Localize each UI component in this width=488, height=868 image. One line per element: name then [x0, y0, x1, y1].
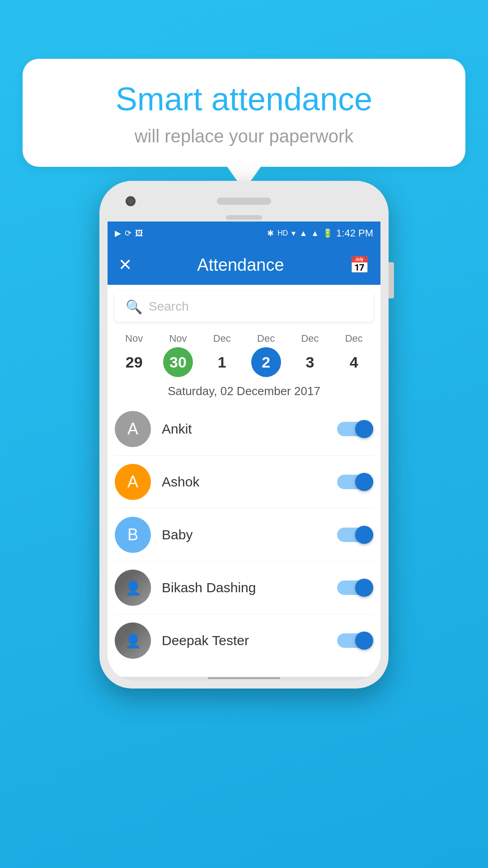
promo-bubble: Smart attendance will replace your paper…: [23, 59, 465, 167]
avatar-face-bikash: 👤: [115, 570, 151, 606]
toggle-thumb-ashok: [355, 473, 373, 491]
toggle-thumb-deepak: [355, 632, 373, 650]
toggle-bikash[interactable]: [337, 578, 373, 597]
search-bar[interactable]: 🔍 Search: [115, 291, 373, 322]
search-placeholder: Search: [149, 299, 189, 314]
cal-date-3[interactable]: 2: [251, 347, 281, 377]
attendee-list: A Ankit A Ashok: [108, 403, 380, 677]
toggle-ankit[interactable]: [337, 420, 373, 439]
cal-month-0: Nov: [125, 333, 143, 344]
cal-day-3[interactable]: Dec 2: [246, 333, 286, 377]
attendee-name-baby: Baby: [162, 527, 326, 542]
phone-frame: ▶ ⟳ 🖼 ✱ HD ▾ ▲ ▲ 🔋 1:42 PM ✕ Attendance: [99, 181, 389, 689]
attendee-item-baby: B Baby: [115, 509, 373, 561]
phone-screen: ▶ ⟳ 🖼 ✱ HD ▾ ▲ ▲ 🔋 1:42 PM ✕ Attendance: [108, 189, 380, 680]
attendee-name-ankit: Ankit: [162, 421, 326, 437]
attendee-item-bikash: 👤 Bikash Dashing: [115, 561, 373, 614]
close-button[interactable]: ✕: [118, 255, 132, 274]
cal-month-1: Nov: [169, 333, 187, 344]
status-left-icons: ▶ ⟳ 🖼: [115, 228, 143, 238]
home-bar: [208, 677, 280, 679]
cal-date-5[interactable]: 4: [339, 347, 369, 377]
bubble-title: Smart attendance: [54, 81, 434, 117]
avatar-ankit: A: [115, 411, 151, 447]
cal-month-2: Dec: [213, 333, 231, 344]
toggle-thumb-baby: [355, 526, 373, 544]
cal-day-2[interactable]: Dec 1: [202, 333, 242, 377]
front-camera: [126, 196, 136, 206]
calendar-icon[interactable]: 📅: [349, 255, 370, 274]
phone-body: ▶ ⟳ 🖼 ✱ HD ▾ ▲ ▲ 🔋 1:42 PM ✕ Attendance: [99, 181, 389, 689]
toggle-deepak[interactable]: [337, 631, 373, 650]
attendee-name-bikash: Bikash Dashing: [162, 580, 326, 595]
cal-date-4[interactable]: 3: [295, 347, 325, 377]
attendee-item-ashok: A Ashok: [115, 456, 373, 509]
toggle-thumb-bikash: [355, 579, 373, 597]
speaker-grille: [217, 198, 271, 205]
speech-bubble: Smart attendance will replace your paper…: [23, 59, 465, 167]
toggle-thumb-ankit: [355, 420, 373, 438]
cal-day-4[interactable]: Dec 3: [290, 333, 330, 377]
avatar-deepak: 👤: [115, 623, 151, 659]
avatar-face-deepak: 👤: [115, 623, 151, 659]
app-bar-title: Attendance: [197, 255, 284, 275]
cal-date-2[interactable]: 1: [207, 347, 237, 377]
search-icon: 🔍: [126, 299, 142, 315]
cal-month-5: Dec: [345, 333, 363, 344]
bubble-subtitle: will replace your paperwork: [54, 126, 434, 146]
attendee-item-ankit: A Ankit: [115, 403, 373, 456]
status-time: 1:42 PM: [336, 227, 373, 239]
cal-day-0[interactable]: Nov 29: [114, 333, 155, 377]
status-bar: ▶ ⟳ 🖼 ✱ HD ▾ ▲ ▲ 🔋 1:42 PM: [108, 222, 380, 245]
home-indicator: [108, 677, 380, 680]
avatar-bikash: 👤: [115, 570, 151, 606]
toggle-baby[interactable]: [337, 525, 373, 544]
cal-day-1[interactable]: Nov 30: [158, 333, 198, 377]
toggle-ashok[interactable]: [337, 472, 373, 491]
avatar-baby: B: [115, 517, 151, 553]
cal-date-0[interactable]: 29: [119, 347, 149, 377]
cal-day-5[interactable]: Dec 4: [333, 333, 374, 377]
app-bar: ✕ Attendance 📅: [108, 245, 380, 285]
power-button: [389, 262, 394, 298]
calendar-strip: Nov 29 Nov 30 Dec 1 Dec 2 Dec 3: [108, 328, 380, 377]
status-right-info: ✱ HD ▾ ▲ ▲ 🔋 1:42 PM: [267, 227, 373, 239]
attendee-item-deepak: 👤 Deepak Tester: [115, 614, 373, 677]
cal-month-3: Dec: [257, 333, 275, 344]
selected-date-label: Saturday, 02 December 2017: [108, 377, 380, 403]
cal-date-1[interactable]: 30: [163, 347, 193, 377]
avatar-ashok: A: [115, 464, 151, 500]
attendee-name-deepak: Deepak Tester: [162, 633, 326, 648]
attendee-name-ashok: Ashok: [162, 474, 326, 490]
cal-month-4: Dec: [301, 333, 319, 344]
